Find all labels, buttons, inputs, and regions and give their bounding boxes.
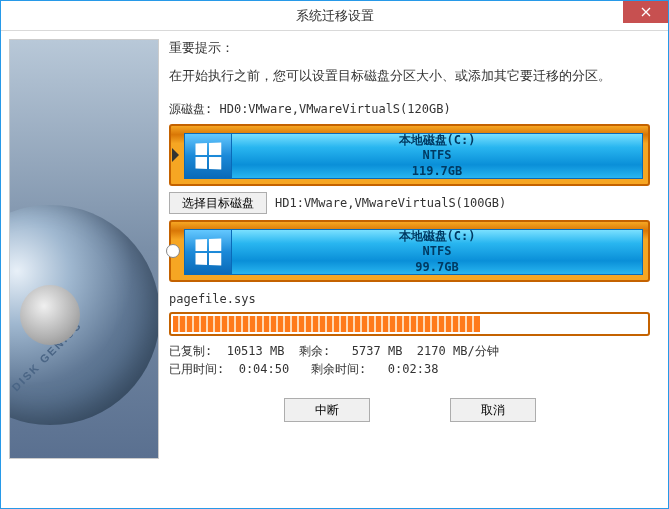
drag-handle-icon[interactable] <box>166 244 180 258</box>
target-system-partition[interactable] <box>184 229 232 275</box>
window-title: 系统迁移设置 <box>1 7 668 25</box>
stats-line1: 已复制: 10513 MB 剩余: 5737 MB 2170 MB/分钟 <box>169 344 499 358</box>
close-icon <box>641 7 651 17</box>
hint-text: 在开始执行之前，您可以设置目标磁盘分区大小、或添加其它要迁移的分区。 <box>169 67 650 85</box>
windows-logo-icon <box>196 143 222 170</box>
source-disk-line: 源磁盘: HD0:VMware,VMwareVirtualS(120GB) <box>169 101 650 118</box>
progress-bar <box>169 312 650 336</box>
select-target-button[interactable]: 选择目标磁盘 <box>169 192 267 214</box>
source-label: 源磁盘: <box>169 102 212 116</box>
main-panel: 重要提示： 在开始执行之前，您可以设置目标磁盘分区大小、或添加其它要迁移的分区。… <box>159 39 660 500</box>
windows-logo-icon <box>196 239 222 266</box>
target-disk-bar[interactable]: 本地磁盘(C:) NTFS 99.7GB <box>169 220 650 282</box>
resize-handle-left-icon[interactable] <box>170 140 180 170</box>
hint-title: 重要提示： <box>169 39 650 57</box>
stats-block: 已复制: 10513 MB 剩余: 5737 MB 2170 MB/分钟 已用时… <box>169 342 650 378</box>
target-value: HD1:VMware,VMwareVirtualS(100GB) <box>275 196 506 210</box>
partition-fs: NTFS <box>423 148 452 164</box>
partition-fs: NTFS <box>423 244 452 260</box>
partition-size: 99.7GB <box>415 260 458 276</box>
disk-illustration: DISK GENIUS <box>9 39 159 459</box>
footer-buttons: 中断 取消 <box>169 398 650 422</box>
source-value: HD0:VMware,VMwareVirtualS(120GB) <box>219 102 450 116</box>
migration-dialog: 系统迁移设置 DISK GENIUS 重要提示： 在开始执行之前，您可以设置目标… <box>0 0 669 509</box>
source-system-partition[interactable] <box>184 133 232 179</box>
target-disk-line: 选择目标磁盘 HD1:VMware,VMwareVirtualS(100GB) <box>169 192 650 214</box>
cancel-button[interactable]: 取消 <box>450 398 536 422</box>
partition-name: 本地磁盘(C:) <box>399 133 476 149</box>
source-main-partition[interactable]: 本地磁盘(C:) NTFS 119.7GB <box>232 133 643 179</box>
target-main-partition[interactable]: 本地磁盘(C:) NTFS 99.7GB <box>232 229 643 275</box>
progress-fill <box>173 316 480 332</box>
current-file: pagefile.sys <box>169 292 650 306</box>
partition-size: 119.7GB <box>412 164 463 180</box>
content-area: DISK GENIUS 重要提示： 在开始执行之前，您可以设置目标磁盘分区大小、… <box>1 31 668 508</box>
source-disk-bar[interactable]: 本地磁盘(C:) NTFS 119.7GB <box>169 124 650 186</box>
close-button[interactable] <box>623 1 668 23</box>
titlebar: 系统迁移设置 <box>1 1 668 31</box>
stats-line2: 已用时间: 0:04:50 剩余时间: 0:02:38 <box>169 362 438 376</box>
interrupt-button[interactable]: 中断 <box>284 398 370 422</box>
partition-name: 本地磁盘(C:) <box>399 229 476 245</box>
brand-text: DISK GENIUS <box>9 319 84 394</box>
